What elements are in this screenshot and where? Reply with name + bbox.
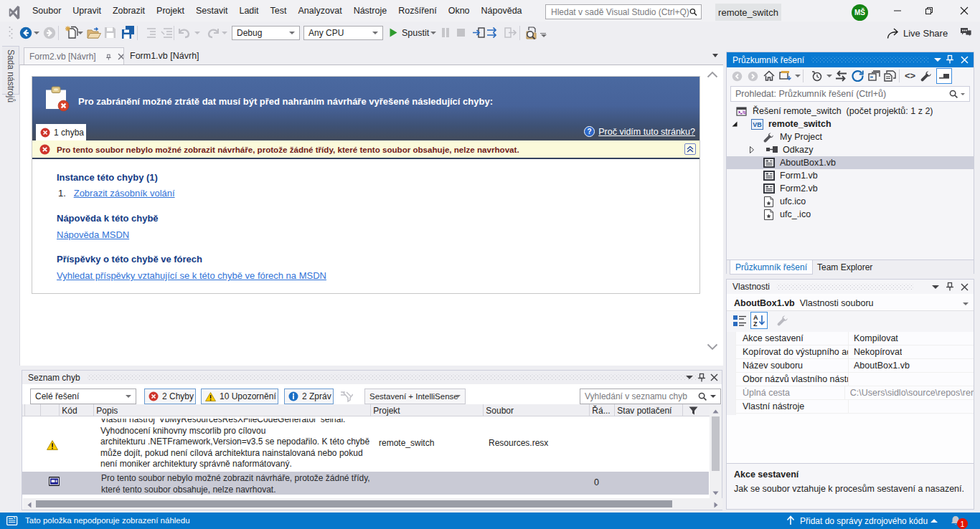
- svg-text:?: ?: [588, 128, 592, 135]
- svg-text:Z: Z: [753, 320, 758, 327]
- svg-text:VB: VB: [753, 121, 762, 128]
